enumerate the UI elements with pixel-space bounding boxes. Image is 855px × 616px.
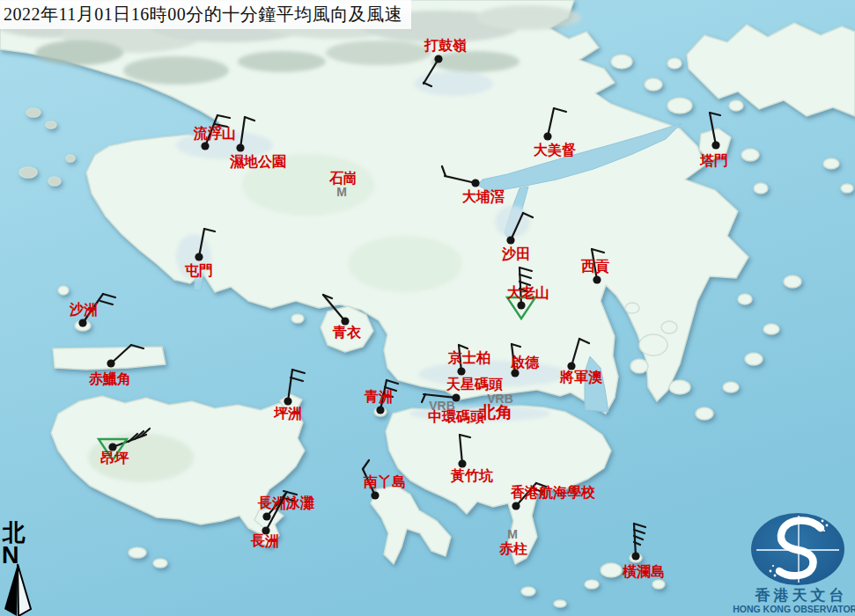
station-label: 屯門 xyxy=(184,263,213,278)
islet xyxy=(46,121,56,128)
islet xyxy=(645,78,662,91)
station-label: 天星碼頭 xyxy=(446,377,503,392)
islet xyxy=(784,275,801,288)
station-dot xyxy=(376,406,384,414)
islet xyxy=(667,58,682,69)
islet xyxy=(601,563,622,577)
texture-patch xyxy=(35,40,123,65)
station-dot xyxy=(506,236,514,244)
station-label: 塔門 xyxy=(699,153,728,168)
islet xyxy=(48,177,61,186)
islet xyxy=(741,149,759,161)
islet xyxy=(696,407,713,420)
texture-patch xyxy=(431,51,520,72)
station-label: 濕地公園 xyxy=(229,154,286,170)
map-title: 2022年11月01日16時00分的十分鐘平均風向及風速 xyxy=(4,4,402,24)
station-label: 北角 xyxy=(478,403,512,422)
station-label: 流浮山 xyxy=(193,125,236,141)
islet xyxy=(58,286,69,295)
station-dot xyxy=(471,179,479,187)
islet xyxy=(745,353,763,365)
data-annotation: M xyxy=(336,185,347,199)
station-dot xyxy=(284,397,291,405)
station-label: 大美督 xyxy=(534,142,577,158)
station-label: 赤柱 xyxy=(498,541,527,556)
islet xyxy=(661,321,677,334)
station-dot xyxy=(458,459,466,467)
data-annotation: VRB xyxy=(429,399,455,413)
station-dot xyxy=(236,143,244,151)
islet xyxy=(738,294,752,304)
islet xyxy=(763,324,779,334)
station-label: 西貢 xyxy=(580,259,609,275)
station-dot xyxy=(631,552,639,560)
texture-patch xyxy=(238,51,326,72)
islet xyxy=(66,155,75,162)
station-dot xyxy=(262,512,270,520)
map-canvas: 打鼓嶺流浮山濕地公園石崗M大美督塔門大埔滘沙田西貢大老山屯門沙洲赤鱲角坪洲昂坪青… xyxy=(0,0,855,616)
station-label: 長洲泳灘 xyxy=(257,495,314,510)
islet xyxy=(729,100,743,111)
station-label: 黃竹坑 xyxy=(450,468,493,483)
north-letter-label: N xyxy=(2,542,19,568)
islet xyxy=(630,359,648,373)
islet xyxy=(19,167,37,178)
hko-name-en: HONG KONG OBSERVATORY xyxy=(733,604,855,614)
wind-map-svg: 打鼓嶺流浮山濕地公園石崗M大美督塔門大埔滘沙田西貢大老山屯門沙洲赤鱲角坪洲昂坪青… xyxy=(0,0,855,616)
station-label: 大埔滘 xyxy=(462,188,505,204)
islet xyxy=(669,380,690,394)
station-dot xyxy=(711,141,719,149)
station-dot xyxy=(201,142,209,150)
islet xyxy=(754,183,768,194)
islet xyxy=(26,108,41,117)
islet xyxy=(521,587,535,596)
station-label: 石崗 xyxy=(328,171,357,186)
islet xyxy=(129,547,146,558)
texture-patch xyxy=(123,56,229,84)
islet xyxy=(611,55,632,69)
islet xyxy=(585,580,599,589)
station-label: 京士柏 xyxy=(447,349,490,365)
station-label: 將軍澳 xyxy=(559,370,603,385)
texture-patch xyxy=(475,5,581,30)
station-north-point: 北角 xyxy=(478,403,512,422)
station-label: 南丫島 xyxy=(363,474,406,489)
station-label: 昂坪 xyxy=(100,451,129,466)
islet xyxy=(153,559,167,568)
texture-patch xyxy=(326,40,431,65)
islet xyxy=(841,184,853,193)
islet xyxy=(625,303,639,313)
station-label: 啟德 xyxy=(510,355,540,370)
station-dot xyxy=(107,359,114,367)
station-dot xyxy=(434,55,442,62)
station-label: 赤鱲角 xyxy=(88,371,131,386)
station-dot xyxy=(78,319,86,326)
hko-name-zh: 香港天文台 xyxy=(755,587,848,604)
islet xyxy=(667,98,692,114)
station-dot xyxy=(593,275,601,283)
station-label: 橫瀾島 xyxy=(622,564,665,579)
station-label: 打鼓嶺 xyxy=(424,38,467,53)
data-annotation: M xyxy=(507,527,518,541)
station-dot xyxy=(195,253,203,260)
station-label: 青洲 xyxy=(364,389,393,404)
station-label: 香港航海學校 xyxy=(510,484,595,500)
station-dot xyxy=(517,301,525,309)
islet xyxy=(723,382,739,392)
station-dot xyxy=(512,502,520,510)
station-label: 沙田 xyxy=(501,246,530,261)
islet xyxy=(554,600,566,607)
station-label: 長洲 xyxy=(250,533,279,548)
islet xyxy=(639,334,667,356)
station-label: 大老山 xyxy=(507,285,549,300)
texture-patch xyxy=(495,206,530,238)
station-dot xyxy=(371,491,379,499)
station-dot xyxy=(543,132,551,140)
station-label: 坪洲 xyxy=(273,406,302,421)
station-dot xyxy=(511,369,519,377)
station-label: 青衣 xyxy=(332,325,362,340)
islet xyxy=(652,580,665,589)
station-label: 沙洲 xyxy=(69,302,98,317)
title-bar: 2022年11月01日16時00分的十分鐘平均風向及風速 xyxy=(0,0,411,29)
station-dot xyxy=(457,367,465,375)
